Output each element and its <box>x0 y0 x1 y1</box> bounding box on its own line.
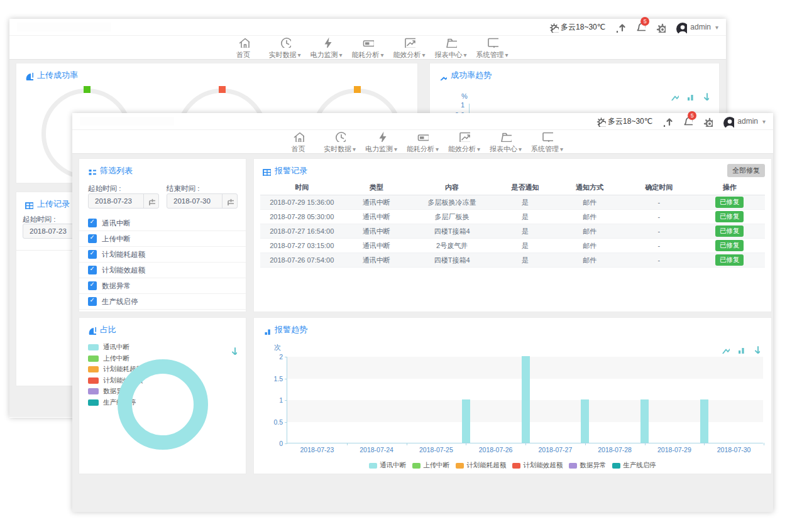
start-time-label: 起始时间 : <box>88 184 167 193</box>
gauge-marker <box>219 86 226 93</box>
checkbox-checked[interactable] <box>88 250 97 259</box>
bar[interactable] <box>462 399 470 443</box>
nav-item-energy-consumption[interactable]: 能耗分析 <box>349 36 387 60</box>
folder-icon <box>500 130 512 142</box>
table-cell: 2号废气井 <box>409 241 495 251</box>
notification-badge: 5 <box>640 17 649 26</box>
nav-item-home[interactable]: 首页 <box>280 130 317 154</box>
nav-item-realtime-data[interactable]: 实时数据 <box>266 36 304 60</box>
checkbox-checked[interactable] <box>88 234 97 243</box>
nav-item-report-center[interactable]: 报表中心 <box>432 36 470 60</box>
checkbox-row[interactable]: 上传中断 <box>79 231 246 247</box>
top-header: 多云18~30℃ 5 admin <box>72 113 773 130</box>
bolt-icon <box>375 130 387 142</box>
panel-title: 报警记录 <box>275 165 307 176</box>
end-date-input[interactable]: 2018-07-30 <box>167 193 238 209</box>
x-tick-label: 2018-07-27 <box>539 446 573 453</box>
upload-icon[interactable] <box>615 22 625 33</box>
switch-to-bar-icon[interactable] <box>735 344 745 354</box>
legend-item[interactable]: 通讯中断 <box>88 343 143 352</box>
legend-label: 生产线启停 <box>623 461 656 470</box>
legend-swatch <box>88 344 99 350</box>
nav-item-report-center[interactable]: 报表中心 <box>487 130 525 154</box>
notifications-button[interactable]: 5 <box>635 21 646 34</box>
pie-icon <box>24 71 33 80</box>
nav-item-energy-consumption[interactable]: 能耗分析 <box>404 130 442 154</box>
checkbox-row[interactable]: 计划能效超额 <box>79 263 246 278</box>
bar[interactable] <box>581 399 589 443</box>
checkbox-row[interactable]: 计划能耗超额 <box>79 247 246 263</box>
repaired-button[interactable]: 已修复 <box>715 240 744 251</box>
x-tick-label: 2018-07-23 <box>300 446 334 453</box>
user-menu[interactable]: admin <box>675 21 718 33</box>
bar[interactable] <box>700 399 708 443</box>
legend-item[interactable]: 上传中断 <box>88 354 143 363</box>
clock-icon <box>279 36 291 48</box>
x-tick-label: 2018-07-29 <box>657 446 691 453</box>
repaired-button[interactable]: 已修复 <box>715 197 744 208</box>
nav-item-system-management[interactable]: 系统管理 <box>473 36 511 60</box>
table-cell: - <box>624 256 694 264</box>
y-tick: 1 <box>446 101 464 109</box>
switch-to-line-icon[interactable] <box>720 344 730 354</box>
avatar <box>675 21 687 33</box>
repair-all-button[interactable]: 全部修复 <box>727 164 765 177</box>
table-cell: 通讯中断 <box>343 227 409 236</box>
switch-to-line-icon[interactable] <box>669 91 679 100</box>
notifications-button[interactable]: 5 <box>682 115 693 128</box>
legend-item[interactable]: 数据异常 <box>569 461 606 470</box>
checkbox-checked[interactable] <box>88 266 97 274</box>
bar[interactable] <box>522 356 530 443</box>
nav-item-realtime-data[interactable]: 实时数据 <box>321 130 359 154</box>
repaired-button[interactable]: 已修复 <box>715 225 744 237</box>
table-cell: 邮件 <box>556 241 624 251</box>
checkbox-row[interactable]: 通讯中断 <box>79 215 246 231</box>
notification-badge: 5 <box>688 111 696 120</box>
legend-item[interactable]: 计划能耗超额 <box>456 461 506 470</box>
switch-to-bar-icon[interactable] <box>684 91 694 100</box>
legend-item[interactable]: 上传中断 <box>412 461 449 470</box>
gear-icon[interactable] <box>702 116 713 127</box>
panel-title: 筛选列表 <box>100 165 133 176</box>
checkbox-row[interactable]: 生产线启停 <box>79 294 246 310</box>
checkbox-label: 计划能效超额 <box>102 266 145 275</box>
nav-item-energy-efficiency[interactable]: 能效分析 <box>390 36 428 60</box>
nav-item-system-management[interactable]: 系统管理 <box>529 130 566 154</box>
download-icon[interactable] <box>228 345 237 355</box>
legend-item[interactable]: 通讯中断 <box>369 461 406 470</box>
nav-item-power-monitoring[interactable]: 电力监测 <box>363 130 400 154</box>
nav-item-power-monitoring[interactable]: 电力监测 <box>307 36 345 60</box>
battery-icon <box>417 130 429 142</box>
legend-item[interactable]: 计划能效超额 <box>512 461 563 470</box>
caret-down-icon <box>393 145 397 153</box>
download-icon[interactable] <box>700 91 709 100</box>
download-icon[interactable] <box>750 344 760 354</box>
checkbox-checked[interactable] <box>88 297 97 306</box>
upload-icon[interactable] <box>662 116 673 127</box>
table-cell: 2018-07-29 15:36:00 <box>260 198 343 206</box>
table-cell: 2018-07-26 07:54:00 <box>260 256 343 264</box>
checkbox-checked[interactable] <box>88 281 97 290</box>
table-cell: 邮件 <box>556 256 624 265</box>
weather-widget: 多云18~30℃ <box>548 22 605 33</box>
nav-item-home[interactable]: 首页 <box>224 36 262 60</box>
gear-icon[interactable] <box>655 22 666 33</box>
bar[interactable] <box>640 399 649 443</box>
alarm-trend-panel: 报警趋势 次 00.511.522018-07-232018-07-242018… <box>253 317 772 474</box>
caret-down-icon <box>761 117 766 126</box>
caret-down-icon <box>296 51 300 58</box>
column-header: 内容 <box>409 183 495 192</box>
legend-item[interactable]: 生产线启停 <box>612 461 656 470</box>
repaired-button[interactable]: 已修复 <box>715 211 744 222</box>
repaired-button[interactable]: 已修复 <box>715 254 744 266</box>
weather-text: 多云18~30℃ <box>561 22 605 33</box>
checkbox-checked[interactable] <box>88 219 97 227</box>
table-cell: - <box>624 242 694 249</box>
checkbox-row[interactable]: 数据异常 <box>79 278 246 294</box>
nav-item-energy-efficiency[interactable]: 能效分析 <box>446 130 483 154</box>
desktop: 多云18~30℃ 5 admin 首页实时数据电力监测能耗分析能效分析报表中心系… <box>0 0 797 532</box>
gauge-marker <box>354 86 361 93</box>
checkbox-label: 数据异常 <box>102 281 131 291</box>
user-menu[interactable]: admin <box>722 116 766 128</box>
start-date-input[interactable]: 2018-07-23 <box>88 193 159 209</box>
